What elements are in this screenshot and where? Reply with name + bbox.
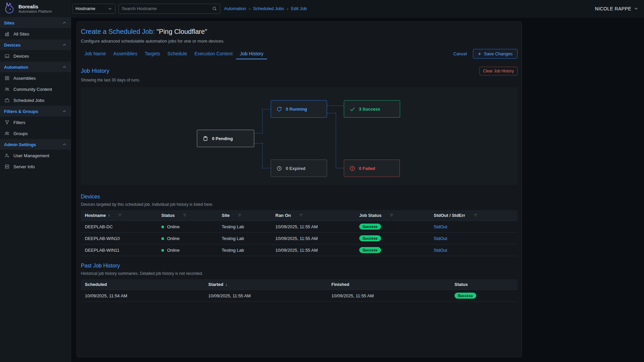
breadcrumb-separator: ›	[287, 6, 288, 11]
pending-status-node: 0 Pending	[197, 130, 254, 147]
user-menu[interactable]: NICOLE RAPPE	[595, 6, 639, 11]
devices-table-header: Hostname↑ Status Site Ran On	[81, 210, 518, 221]
filter-icon[interactable]	[118, 213, 122, 218]
online-dot-icon	[161, 249, 164, 252]
stdout-link[interactable]: StdOut	[434, 236, 447, 241]
sidebar-item-community-content[interactable]: Community Content	[0, 84, 71, 95]
column-header-finished[interactable]: Finished	[327, 279, 450, 290]
column-label: Site	[222, 213, 230, 218]
filter-icon[interactable]	[237, 213, 242, 218]
people-icon	[4, 86, 10, 92]
column-header-scheduled[interactable]: Scheduled	[81, 279, 204, 290]
filter-icon[interactable]	[182, 213, 187, 218]
job-status-cell: Success	[355, 233, 430, 244]
sidebar-item-filters[interactable]: Filters	[0, 117, 71, 128]
filter-icon[interactable]	[299, 213, 303, 218]
column-header-site[interactable]: Site	[218, 210, 271, 221]
success-count: 3 Success	[359, 107, 380, 112]
device-row: DEEPLAB-WIN10 Online Testing Lab 10/09/2…	[81, 233, 518, 244]
sidebar-item-label: Scheduled Jobs	[13, 98, 45, 103]
status-cell: Success	[450, 290, 518, 302]
filter-icon[interactable]	[473, 213, 478, 218]
sidebar-item-label: Community Content	[13, 87, 52, 92]
sidebar-item-label: All Sites	[13, 32, 29, 37]
tab-job-history[interactable]: Job History	[236, 48, 267, 59]
sidebar-section-sites[interactable]: Sites	[0, 17, 71, 28]
column-label: Finished	[331, 282, 349, 287]
column-label: StdOut / StdErr	[434, 213, 465, 218]
chevron-up-icon	[62, 20, 67, 25]
breadcrumb-automation[interactable]: Automation	[224, 6, 246, 11]
stdout-link[interactable]: StdOut	[434, 224, 447, 229]
sidebar-section-admin-settings[interactable]: Admin Settings	[0, 139, 71, 150]
job-status-diagram: 0 Pending 0 Running 3 Success 0 Expired …	[81, 87, 518, 185]
column-header-status[interactable]: Status	[157, 210, 218, 221]
breadcrumb-scheduled-jobs[interactable]: Scheduled Jobs	[253, 6, 284, 11]
connector-line	[254, 143, 262, 143]
column-header-stdout[interactable]: StdOut / StdErr	[430, 210, 518, 221]
column-header-ran-on[interactable]: Ran On	[271, 210, 355, 221]
sidebar-section-devices[interactable]: Devices	[0, 40, 71, 51]
tab-assemblies[interactable]: Assemblies	[110, 48, 141, 59]
tab-job-name[interactable]: Job Name	[81, 48, 110, 59]
sidebar: Sites All Sites Devices Devices Automati…	[0, 17, 71, 362]
breadcrumb-edit-job[interactable]: Edit Job	[291, 6, 307, 11]
sidebar-section-automation[interactable]: Automation	[0, 62, 71, 73]
topbar: Borealis Automation Platform Hostname Au…	[0, 0, 644, 17]
past-job-history-heading: Past Job History	[81, 263, 120, 269]
brand[interactable]: Borealis Automation Platform	[0, 0, 71, 17]
column-header-started[interactable]: Started↓	[204, 279, 327, 290]
site-cell: Testing Lab	[218, 221, 271, 233]
column-header-status[interactable]: Status	[450, 279, 518, 290]
hostname-cell: DEEPLAB-WIN11	[81, 244, 157, 256]
connector-line	[327, 113, 336, 113]
hostname-select[interactable]: Hostname	[72, 4, 115, 14]
sidebar-section-filters-groups[interactable]: Filters & Groups	[0, 106, 71, 117]
user-name: NICOLE RAPPE	[595, 6, 631, 11]
brand-subtitle: Automation Platform	[18, 9, 52, 14]
filter-icon[interactable]	[389, 213, 394, 218]
save-changes-button[interactable]: + Save Changes	[473, 49, 518, 59]
tab-targets[interactable]: Targets	[141, 48, 164, 59]
error-icon	[350, 166, 355, 171]
column-header-job-status[interactable]: Job Status	[355, 210, 430, 221]
building-icon	[4, 31, 10, 37]
section-label: Admin Settings	[4, 142, 36, 147]
breadcrumb-separator: ›	[249, 6, 251, 11]
tab-execution-context[interactable]: Execution Context	[191, 48, 236, 59]
tab-schedule[interactable]: Schedule	[164, 48, 191, 59]
sidebar-item-user-management[interactable]: User Management	[0, 150, 71, 161]
edit-job-panel: Create a Scheduled Job: "Ping Cloudflare…	[76, 21, 522, 357]
sidebar-item-all-sites[interactable]: All Sites	[0, 28, 71, 40]
past-job-history-table: Scheduled Started↓ Finished Status 10/09…	[81, 279, 518, 302]
search-box[interactable]	[118, 4, 220, 14]
sidebar-item-devices[interactable]: Devices	[0, 51, 71, 62]
job-history-heading: Job History	[81, 68, 109, 74]
site-cell: Testing Lab	[218, 233, 271, 244]
sidebar-item-server-info[interactable]: Server Info	[0, 161, 71, 172]
devices-subtitle: Devices targeted by this scheduled job. …	[81, 202, 518, 207]
sidebar-item-assemblies[interactable]: Assemblies	[0, 73, 71, 84]
sidebar-item-groups[interactable]: Groups	[0, 128, 71, 139]
main-content: Create a Scheduled Job: "Ping Cloudflare…	[71, 17, 644, 362]
pending-count: 0 Pending	[212, 136, 233, 141]
cancel-button[interactable]: Cancel	[453, 51, 467, 56]
success-badge: Success	[359, 235, 381, 241]
tabs-row: Job Name Assemblies Targets Schedule Exe…	[81, 48, 518, 59]
status-cell: Online	[157, 233, 218, 244]
plus-icon: +	[478, 52, 481, 56]
search-input[interactable]	[122, 6, 212, 11]
column-header-hostname[interactable]: Hostname↑	[81, 210, 157, 221]
sidebar-item-scheduled-jobs[interactable]: Scheduled Jobs	[0, 95, 71, 106]
search-icon[interactable]	[212, 6, 217, 11]
borealis-logo-icon	[3, 2, 16, 15]
sidebar-item-label: User Management	[13, 153, 49, 158]
clear-job-history-button[interactable]: Clear Job History	[479, 67, 518, 75]
scheduled-cell: 10/09/2025, 11:54 AM	[81, 290, 204, 302]
status-cell: Online	[157, 244, 218, 256]
chevron-down-icon	[634, 6, 639, 11]
ran-on-cell: 10/09/2025, 11:55 AM	[271, 244, 355, 256]
finished-cell: 10/09/2025, 11:55 AM	[327, 290, 450, 302]
stdout-link[interactable]: StdOut	[434, 248, 447, 253]
ran-on-cell: 10/09/2025, 11:55 AM	[271, 233, 355, 244]
